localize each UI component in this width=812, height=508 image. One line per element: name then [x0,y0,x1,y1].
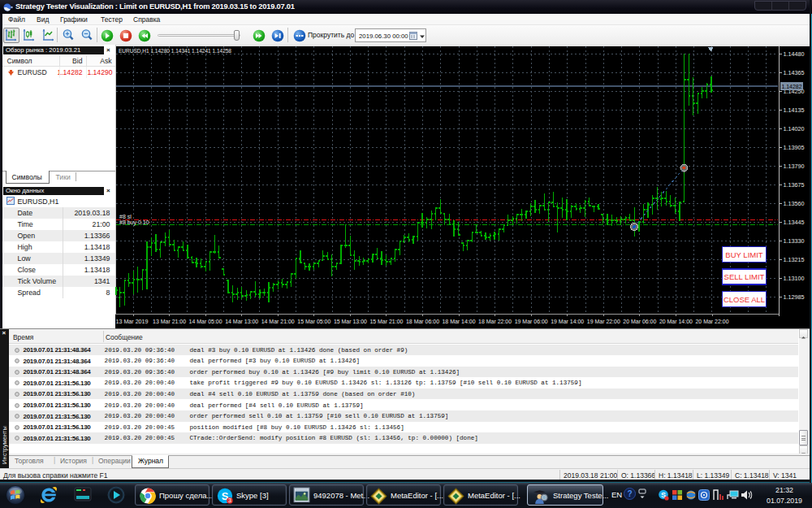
svg-text:1.13445: 1.13445 [784,219,805,226]
svg-text:20 Mar 14:00: 20 Mar 14:00 [659,318,693,325]
svg-text:1.14282: 1.14282 [782,83,802,90]
svg-text:1.14020: 1.14020 [784,125,805,132]
svg-text:1.13330: 1.13330 [784,237,805,245]
svg-text:1.13675: 1.13675 [784,181,805,189]
svg-text:#8 buy 0.10: #8 buy 0.10 [119,219,149,226]
svg-text:?: ? [627,489,632,498]
svg-text:20 Mar 06:00: 20 Mar 06:00 [623,318,656,325]
svg-text:1.13100: 1.13100 [784,275,805,282]
svg-text:20 Mar 22:00: 20 Mar 22:00 [696,318,729,325]
svg-text:1.13215: 1.13215 [784,256,805,263]
svg-text:CLOSE ALL: CLOSE ALL [723,295,765,304]
svg-text:1.14480: 1.14480 [784,50,805,58]
svg-text:1.13790: 1.13790 [784,163,805,170]
svg-text:15 Mar 13:00: 15 Mar 13:00 [334,318,367,325]
svg-text:SELL LIMIT: SELL LIMIT [724,272,765,281]
svg-text:3: 3 [228,497,231,503]
svg-text:#8 sl: #8 sl [119,214,132,219]
svg-text:18 Mar 22:00: 18 Mar 22:00 [478,318,512,325]
svg-text:EURUSD,H1 1.14280 1.14341 1.1: EURUSD,H1 1.14280 1.14341 1.14241 1.1425… [119,47,231,54]
svg-text:1.14365: 1.14365 [784,69,805,76]
svg-text:1.12985: 1.12985 [784,293,805,301]
svg-text:19 Mar 14:00: 19 Mar 14:00 [551,318,584,325]
svg-text:14 Mar 05:00: 14 Mar 05:00 [189,318,222,325]
svg-text:14 Mar 13:00: 14 Mar 13:00 [225,318,258,325]
svg-text:15 Mar 21:00: 15 Mar 21:00 [369,318,403,325]
svg-text:18 Mar 06:00: 18 Mar 06:00 [406,318,439,325]
svg-text:BUY LIMIT: BUY LIMIT [725,250,762,259]
svg-text:18 Mar 14:00: 18 Mar 14:00 [443,318,476,325]
svg-text:13 Mar 2019: 13 Mar 2019 [116,318,149,325]
svg-text:14 Mar 21:00: 14 Mar 21:00 [261,318,295,325]
svg-text:13 Mar 21:00: 13 Mar 21:00 [153,318,186,325]
svg-text:1.13905: 1.13905 [784,144,805,151]
svg-text:15 Mar 05:00: 15 Mar 05:00 [297,318,330,325]
svg-text:1.14135: 1.14135 [784,106,805,114]
svg-text:1.13560: 1.13560 [784,200,805,207]
svg-text:19 Mar 06:00: 19 Mar 06:00 [515,318,548,325]
svg-text:19 Mar 22:00: 19 Mar 22:00 [587,318,620,325]
